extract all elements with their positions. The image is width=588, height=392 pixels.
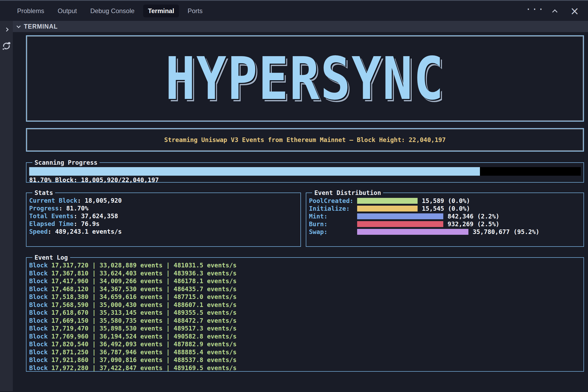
event-log-row: Block 17,618,670 | 35,313,145 events | 4… bbox=[29, 309, 581, 317]
ellipsis-icon: ··· bbox=[526, 8, 544, 14]
terminal-section-label: TERMINAL bbox=[24, 23, 58, 30]
progress-bar-track bbox=[29, 167, 581, 176]
log-entry: 17,568,590 | 35,000,430 events | 488607.… bbox=[51, 301, 236, 308]
stat-separator: : bbox=[59, 205, 66, 212]
log-entry: 17,417,960 | 34,009,266 events | 486178.… bbox=[51, 278, 236, 285]
log-keyword: Block bbox=[29, 278, 51, 285]
terminal-viewport[interactable]: HYPERSYNC Streaming Uniswap V3 Events fr… bbox=[13, 32, 588, 391]
stats-box: Stats Current Block: 18,005,920Progress:… bbox=[26, 189, 301, 247]
close-icon: × bbox=[570, 6, 579, 16]
event-distribution-rows: PoolCreated:15,589 (0.0%)Initialize:15,5… bbox=[309, 197, 581, 236]
stat-separator: : bbox=[74, 220, 81, 227]
event-log-row: Block 17,669,150 | 35,580,735 events | 4… bbox=[29, 317, 581, 325]
distribution-value: 15,589 (0.0%) bbox=[422, 197, 470, 204]
status-box: Streaming Uniswap V3 Events from Ethereu… bbox=[26, 128, 584, 152]
log-keyword: Block bbox=[29, 270, 51, 277]
log-keyword: Block bbox=[29, 341, 51, 348]
maximize-panel-button[interactable] bbox=[549, 6, 560, 16]
event-log-row: Block 17,769,960 | 36,194,524 events | 4… bbox=[29, 333, 581, 341]
stat-value: 489,243.1 events/s bbox=[55, 228, 122, 235]
log-entry: 17,669,150 | 35,580,735 events | 488472.… bbox=[51, 317, 236, 324]
event-distribution-title: Event Distribution bbox=[312, 189, 383, 196]
tab-problems[interactable]: Problems bbox=[12, 5, 49, 17]
event-log-row: Block 17,820,540 | 36,492,093 events | 4… bbox=[29, 340, 581, 348]
scanning-progress-box: Scanning Progress 81.70% Block: 18,005,9… bbox=[26, 159, 584, 183]
stat-row: Speed: 489,243.1 events/s bbox=[29, 228, 298, 236]
more-actions-button[interactable]: ··· bbox=[530, 6, 540, 16]
event-log-row: Block 17,417,960 | 34,009,266 events | 4… bbox=[29, 277, 581, 285]
log-entry: 17,719,470 | 35,898,530 events | 489517.… bbox=[51, 325, 236, 332]
tab-output[interactable]: Output bbox=[53, 5, 82, 17]
log-keyword: Block bbox=[29, 356, 51, 363]
distribution-label: Burn: bbox=[309, 221, 357, 228]
stat-row: Current Block: 18,005,920 bbox=[29, 197, 298, 205]
sync-task-button[interactable] bbox=[1, 41, 12, 51]
log-entry: 17,518,380 | 34,659,616 events | 487715.… bbox=[51, 293, 236, 300]
progress-text: 81.70% Block: 18,005,920/22,040,197 bbox=[29, 176, 581, 183]
stat-row: Total Events: 37,624,358 bbox=[29, 212, 298, 220]
distribution-label: Initialize: bbox=[309, 205, 357, 212]
stat-value: 18,005,920 bbox=[85, 197, 122, 204]
event-log-box: Event Log Block 17,317,720 | 33,028,889 … bbox=[26, 254, 584, 372]
distribution-row: Initialize:15,545 (0.0%) bbox=[309, 205, 581, 212]
event-distribution-box: Event Distribution PoolCreated:15,589 (0… bbox=[306, 189, 584, 247]
stat-row: Elapsed Time: 76.9s bbox=[29, 220, 298, 228]
log-entry: 17,871,250 | 36,787,946 events | 488885.… bbox=[51, 349, 236, 356]
distribution-bar bbox=[357, 198, 418, 204]
stat-value: 76.9s bbox=[81, 220, 100, 227]
log-keyword: Block bbox=[29, 333, 51, 340]
log-keyword: Block bbox=[29, 262, 51, 269]
distribution-row: Burn:932,269 (2.5%) bbox=[309, 220, 581, 228]
event-log-row: Block 17,921,860 | 37,090,816 events | 4… bbox=[29, 356, 581, 364]
hypersync-logo: HYPERSYNC bbox=[165, 49, 445, 108]
tab-ports[interactable]: Ports bbox=[183, 5, 207, 17]
panel-actions: ··· × bbox=[530, 6, 588, 16]
distribution-bar bbox=[357, 213, 443, 219]
event-log-row: Block 17,871,250 | 36,787,946 events | 4… bbox=[29, 348, 581, 356]
event-log-row: Block 17,468,120 | 34,367,530 events | 4… bbox=[29, 285, 581, 293]
log-entry: 17,367,810 | 33,624,403 events | 483936.… bbox=[51, 270, 236, 277]
distribution-value: 842,346 (2.2%) bbox=[448, 213, 499, 220]
panel-tabbar: ProblemsOutputDebug ConsoleTerminalPorts… bbox=[0, 0, 588, 21]
panel-left-rail bbox=[0, 21, 13, 391]
stat-label: Total Events bbox=[29, 213, 74, 220]
log-entry: 17,769,960 | 36,194,524 events | 490582.… bbox=[51, 333, 236, 340]
close-panel-button[interactable]: × bbox=[569, 6, 580, 16]
distribution-bar bbox=[357, 206, 418, 212]
log-keyword: Block bbox=[29, 293, 51, 300]
distribution-row: Mint:842,346 (2.2%) bbox=[309, 212, 581, 220]
stat-label: Current Block bbox=[29, 197, 77, 204]
vscode-panel: ProblemsOutputDebug ConsoleTerminalPorts… bbox=[0, 0, 588, 392]
progress-bar-fill bbox=[29, 167, 480, 176]
tab-terminal[interactable]: Terminal bbox=[143, 5, 179, 17]
event-log-row: Block 17,719,470 | 35,898,530 events | 4… bbox=[29, 325, 581, 333]
scanning-progress-title: Scanning Progress bbox=[32, 159, 100, 166]
chevron-up-icon bbox=[552, 9, 558, 15]
distribution-value: 15,545 (0.0%) bbox=[422, 205, 470, 212]
panel-tabs: ProblemsOutputDebug ConsoleTerminalPorts bbox=[0, 5, 207, 17]
stat-row: Progress: 81.70% bbox=[29, 205, 298, 212]
chevron-down-icon[interactable] bbox=[17, 24, 21, 28]
stat-separator: : bbox=[77, 197, 85, 204]
distribution-label: Swap: bbox=[309, 228, 357, 235]
log-keyword: Block bbox=[29, 309, 51, 316]
event-log-row: Block 17,518,380 | 34,659,616 events | 4… bbox=[29, 293, 581, 301]
expand-rail-button[interactable] bbox=[1, 24, 12, 35]
log-entry: 17,618,670 | 35,313,145 events | 489355.… bbox=[51, 309, 236, 316]
tab-debug-console[interactable]: Debug Console bbox=[85, 5, 139, 17]
event-log-title: Event Log bbox=[32, 254, 70, 261]
log-keyword: Block bbox=[29, 364, 51, 371]
stats-rows: Current Block: 18,005,920Progress: 81.70… bbox=[29, 197, 298, 236]
log-entry: 17,972,280 | 37,422,847 events | 489169.… bbox=[51, 364, 236, 371]
sync-icon bbox=[2, 41, 11, 51]
distribution-bar bbox=[357, 221, 443, 227]
distribution-value: 932,269 (2.5%) bbox=[448, 221, 499, 228]
distribution-label: PoolCreated: bbox=[309, 197, 357, 204]
distribution-label: Mint: bbox=[309, 213, 357, 220]
distribution-value: 35,780,677 (95.2%) bbox=[473, 228, 539, 235]
log-keyword: Block bbox=[29, 286, 51, 293]
distribution-bar bbox=[357, 229, 468, 235]
logo-box: HYPERSYNC bbox=[26, 35, 584, 122]
log-entry: 17,820,540 | 36,492,093 events | 487882.… bbox=[51, 341, 236, 348]
terminal-section-header: TERMINAL bbox=[13, 21, 588, 32]
